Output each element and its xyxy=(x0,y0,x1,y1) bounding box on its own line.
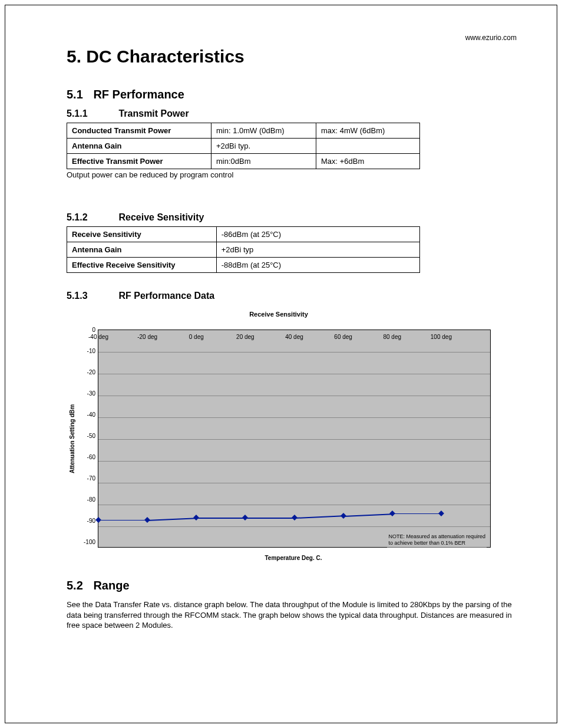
table-row: Receive Sensitivity -86dBm (at 25°C) xyxy=(67,227,420,242)
section-number: 5.1.1 xyxy=(67,108,116,119)
table-row: Effective Receive Sensitivity -88dBm (at… xyxy=(67,258,420,273)
cell-label: Antenna Gain xyxy=(67,242,217,258)
chart-plot-area: NOTE: Measured as attenuation requiredto… xyxy=(98,330,491,548)
table-caption: Output power can be reduced by program c… xyxy=(67,170,517,179)
receive-sensitivity-chart: Receive Sensitivity Attenuation Setting … xyxy=(67,311,491,561)
chart-xtick: 0 deg xyxy=(189,334,204,340)
cell-label: Effective Receive Sensitivity xyxy=(67,258,217,273)
chart-ylabel: Attenuation Setting dBm xyxy=(67,330,78,548)
section-5-1-1-heading: 5.1.1 Transmit Power xyxy=(67,108,517,119)
chart-xtick: -20 deg xyxy=(137,334,157,340)
chart-xtick: -40 deg xyxy=(88,334,108,340)
section-title: RF Performance xyxy=(93,88,184,101)
chart-xtick: 20 deg xyxy=(236,334,254,340)
header-url: www.ezurio.com xyxy=(67,34,517,42)
table-row: Effective Transmit Power min:0dBm Max: +… xyxy=(67,154,420,169)
cell-label: Effective Transmit Power xyxy=(67,154,211,169)
transmit-power-table: Conducted Transmit Power min: 1.0mW (0dB… xyxy=(67,123,420,169)
receive-sensitivity-table: Receive Sensitivity -86dBm (at 25°C) Ant… xyxy=(67,226,420,273)
cell-value xyxy=(316,139,419,154)
cell-value: min: 1.0mW (0dBm) xyxy=(211,123,316,139)
table-row: Antenna Gain +2dBi typ xyxy=(67,242,420,258)
chart-xlabel: Temperature Deg. C. xyxy=(96,555,491,561)
chart-title: Receive Sensitivity xyxy=(67,311,491,318)
cell-value: max: 4mW (6dBm) xyxy=(316,123,419,139)
chart-xtick: 40 deg xyxy=(285,334,303,340)
page-title: 5. DC Characteristics xyxy=(67,47,517,67)
table-row: Conducted Transmit Power min: 1.0mW (0dB… xyxy=(67,123,420,139)
section-5-1-2-heading: 5.1.2 Receive Sensitivity xyxy=(67,212,517,223)
page: www.ezurio.com 5. DC Characteristics 5.1… xyxy=(5,5,557,723)
section-title: Transmit Power xyxy=(118,108,189,118)
section-number: 5.2 xyxy=(67,579,83,592)
cell-value: +2dBi typ. xyxy=(211,139,316,154)
section-number: 5.1.3 xyxy=(67,291,116,301)
chart-xtick: 100 deg xyxy=(431,334,452,340)
chart-xtick: 60 deg xyxy=(334,334,352,340)
cell-label: Receive Sensitivity xyxy=(67,227,217,242)
cell-value: -88dBm (at 25°C) xyxy=(216,258,419,273)
section-5-2-paragraph: See the Data Transfer Rate vs. distance … xyxy=(67,599,517,631)
chart-data-point xyxy=(438,510,444,516)
cell-label: Antenna Gain xyxy=(67,139,211,154)
chart-note: NOTE: Measured as attenuation requiredto… xyxy=(387,533,487,548)
section-5-2-heading: 5.2 Range xyxy=(67,579,517,592)
section-number: 5.1 xyxy=(67,88,83,101)
section-title: RF Performance Data xyxy=(118,291,214,301)
cell-value: -86dBm (at 25°C) xyxy=(216,227,419,242)
section-5-1-heading: 5.1 RF Performance xyxy=(67,88,517,101)
cell-value: Max: +6dBm xyxy=(316,154,419,169)
cell-label: Conducted Transmit Power xyxy=(67,123,211,139)
chart-xtick: 80 deg xyxy=(383,334,401,340)
section-5-1-3-heading: 5.1.3 RF Performance Data xyxy=(67,291,517,301)
section-title: Receive Sensitivity xyxy=(118,212,204,222)
section-title: Range xyxy=(93,579,129,592)
section-number: 5.1.2 xyxy=(67,212,116,223)
cell-value: min:0dBm xyxy=(211,154,316,169)
chart-yticks: 0-10-20-30-40-50-60-70-80-90-100 xyxy=(78,330,98,548)
table-row: Antenna Gain +2dBi typ. xyxy=(67,139,420,154)
cell-value: +2dBi typ xyxy=(216,242,419,258)
